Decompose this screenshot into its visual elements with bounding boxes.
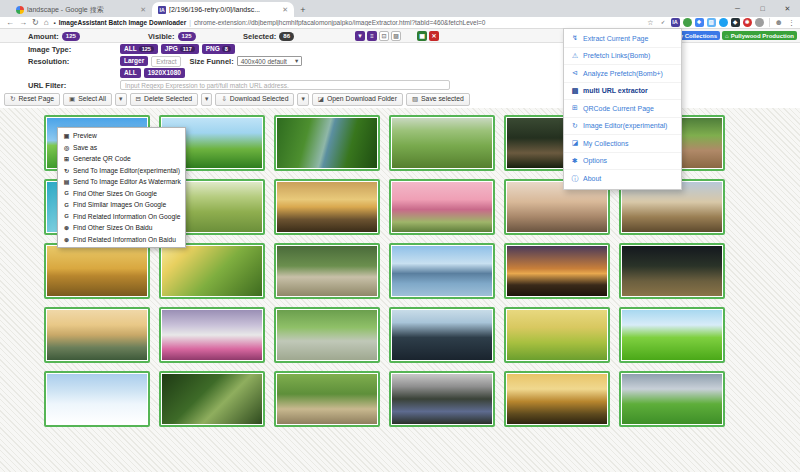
- reload-button[interactable]: ↻: [32, 19, 39, 27]
- menu-item-send-to-image-editor[interactable]: ↻Send To Image Editor(experimental): [58, 165, 185, 177]
- image-thumbnail[interactable]: [389, 179, 495, 235]
- bookmark-star-icon[interactable]: ☆: [647, 19, 653, 27]
- image-thumbnail[interactable]: [389, 115, 495, 171]
- lightning-icon: ↯: [571, 34, 579, 42]
- thumb-golden-hills: [507, 310, 607, 360]
- image-assistant-icon[interactable]: IA: [671, 18, 680, 27]
- menu-item-send-as-watermark[interactable]: ▤Send To Image Editor As Watermark: [58, 176, 185, 188]
- image-thumbnail[interactable]: [389, 371, 495, 427]
- bird-extension-icon[interactable]: [719, 18, 728, 27]
- image-thumbnail[interactable]: [274, 307, 380, 363]
- image-thumbnail[interactable]: [44, 371, 150, 427]
- menu-item-find-related-baidu[interactable]: ⊛Find Related Information On Baidu: [58, 234, 185, 246]
- image-thumbnail[interactable]: [389, 243, 495, 299]
- actual-size-icon[interactable]: ⊡: [379, 31, 389, 41]
- type-all-button[interactable]: ALL125: [120, 44, 158, 54]
- select-all-button[interactable]: ▣Select All: [63, 93, 112, 106]
- size-funnel-select[interactable]: 400x400 default ▾: [237, 56, 303, 66]
- screenshot-extension-icon[interactable]: ▨: [707, 18, 716, 27]
- image-view-icon[interactable]: ▨: [391, 31, 401, 41]
- image-thumbnail[interactable]: [504, 243, 610, 299]
- export-excel-icon[interactable]: ▦: [417, 31, 427, 41]
- dropdown-multi-url-extractor[interactable]: ▤multi URL extractor: [564, 83, 681, 101]
- larger-button[interactable]: Larger: [120, 56, 148, 66]
- thumb-house-lawn: [622, 374, 722, 424]
- dropdown-analyze-prefetch[interactable]: ⊲Analyze Prefetch(Bomb+): [564, 65, 681, 83]
- gray-extension-icon[interactable]: [755, 18, 764, 27]
- dropdown-prefetch-links[interactable]: ⚠Prefetch Links(Bomb): [564, 48, 681, 66]
- url-filter-input[interactable]: [120, 80, 450, 90]
- red-circle-extension-icon[interactable]: ✱: [743, 18, 752, 27]
- resolution-all-button[interactable]: ALL: [120, 68, 141, 78]
- dark-extension-icon[interactable]: ◆: [731, 18, 740, 27]
- menu-item-save-as[interactable]: ◎Save as: [58, 142, 185, 154]
- image-thumbnail[interactable]: [274, 371, 380, 427]
- info-icon: ⓘ: [571, 174, 579, 184]
- blue-shapes-extension-icon[interactable]: ❖: [695, 18, 704, 27]
- reset-page-button[interactable]: ↻Reset Page: [4, 93, 60, 106]
- delete-selected-button-caret[interactable]: ▾: [201, 93, 212, 106]
- remove-selected-icon[interactable]: ✕: [429, 31, 439, 41]
- menu-item-find-other-sizes-google[interactable]: GFind Other Sizes On Google: [58, 188, 185, 200]
- minimize-button[interactable]: ─: [725, 0, 750, 17]
- extract-button[interactable]: Extract: [151, 56, 181, 67]
- back-button[interactable]: ←: [6, 19, 14, 27]
- maximize-button[interactable]: □: [750, 0, 775, 17]
- image-thumbnail[interactable]: [274, 179, 380, 235]
- image-thumbnail[interactable]: [274, 115, 380, 171]
- dropdown-my-collections[interactable]: ◪My Collections: [564, 135, 681, 153]
- menu-item-find-other-sizes-baidu[interactable]: ⊛Find Other Sizes On Baidu: [58, 222, 185, 234]
- dropdown-qrcode-current-page[interactable]: ⊞QRCode Current Page: [564, 100, 681, 118]
- resolution-label: Resolution:: [28, 57, 120, 66]
- tab-close-icon[interactable]: ✕: [282, 6, 288, 14]
- home-button[interactable]: ⌂: [44, 19, 49, 27]
- image-thumbnail[interactable]: [619, 307, 725, 363]
- download-selected-button-caret[interactable]: ▾: [297, 93, 308, 106]
- menu-item-find-related-google[interactable]: GFind Related Information On Google: [58, 211, 185, 223]
- dropdown-image-editor[interactable]: ↻Image Editor(experimental): [564, 118, 681, 136]
- image-thumbnail[interactable]: [44, 307, 150, 363]
- image-thumbnail[interactable]: [159, 307, 265, 363]
- dropdown-extract-current-page[interactable]: ↯Extract Current Page: [564, 30, 681, 48]
- profile-avatar-icon[interactable]: ☻: [775, 18, 783, 27]
- pullywood-production-button[interactable]: ⌂Pullywood Production: [722, 31, 797, 40]
- type-jpg-button[interactable]: JPG117: [161, 44, 199, 54]
- image-thumbnail[interactable]: [389, 307, 495, 363]
- tab-google-search[interactable]: landscape - Google 搜索✕: [10, 2, 152, 17]
- menu-item-find-similar-google[interactable]: GFind Similar Images On Google: [58, 199, 185, 211]
- list-icon: ▤: [571, 87, 579, 95]
- save-selected-button[interactable]: ▨Save selected: [406, 93, 470, 106]
- dropdown-options[interactable]: ✱Options: [564, 153, 681, 171]
- new-tab-button[interactable]: +: [294, 3, 312, 17]
- action-label: Save selected: [421, 96, 464, 103]
- browser-menu-icon[interactable]: ⋮: [788, 19, 794, 27]
- dropdown-about[interactable]: ⓘAbout: [564, 170, 681, 188]
- select-all-button-caret[interactable]: ▾: [115, 93, 126, 106]
- list-view-icon[interactable]: ≡: [367, 31, 377, 41]
- green-circle-extension-icon[interactable]: [683, 18, 692, 27]
- image-thumbnail[interactable]: [44, 243, 150, 299]
- image-thumbnail[interactable]: [504, 307, 610, 363]
- filter-icon[interactable]: ▼: [355, 31, 365, 41]
- image-thumbnail[interactable]: [504, 371, 610, 427]
- delete-selected-button[interactable]: ⊟Delete Selected: [130, 93, 198, 106]
- image-thumbnail[interactable]: [159, 371, 265, 427]
- select-all-icon: ▣: [69, 96, 75, 103]
- download-selected-button[interactable]: ⇩Download Selected: [215, 93, 294, 106]
- menu-item-generate-qr-code[interactable]: ⊞Generate QR Code: [58, 153, 185, 165]
- image-thumbnail[interactable]: [619, 371, 725, 427]
- close-button[interactable]: ✕: [775, 0, 800, 17]
- image-thumbnail[interactable]: [159, 243, 265, 299]
- check-icon[interactable]: ✓: [659, 18, 668, 27]
- image-thumbnail[interactable]: [274, 243, 380, 299]
- image-thumbnail[interactable]: [619, 243, 725, 299]
- open-download-folder-button[interactable]: ◪Open Download Folder: [312, 93, 403, 106]
- tab-image-assistant[interactable]: IA[2/196/196-retry:0/0]/landsc...✕: [152, 2, 294, 17]
- tab-close-icon[interactable]: ✕: [140, 6, 146, 14]
- resolution-1920x1080-button[interactable]: 1920X1080: [144, 68, 185, 78]
- omnibox[interactable]: ▪ ImageAssistant Batch Image Downloader …: [54, 19, 643, 26]
- menu-item-preview[interactable]: ▣Preview: [58, 130, 185, 142]
- tab-title: [2/196/196-retry:0/0]/landsc...: [169, 6, 279, 13]
- type-png-button[interactable]: PNG8: [202, 44, 235, 54]
- forward-button[interactable]: →: [19, 19, 27, 27]
